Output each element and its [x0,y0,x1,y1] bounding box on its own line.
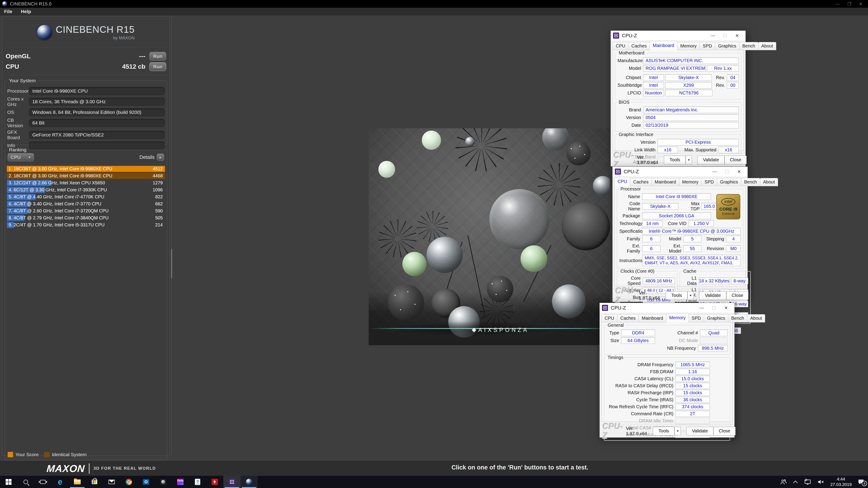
taskbar-icon-edge[interactable]: e [52,476,69,488]
cpuz-tab[interactable]: Graphics [715,42,739,50]
menu-help[interactable]: Help [21,9,31,14]
cpuz-tab[interactable]: Bench [728,314,747,322]
dandelion-ornament [378,219,417,258]
taskbar-clock[interactable]: 4:44 27.03.2019 [830,477,852,487]
ranking-row[interactable]: 3. 12C/24T @ 2.66 GHz, Intel Xeon CPU X5… [7,180,165,186]
restore-icon[interactable]: ❐ [847,1,851,6]
minimize-icon[interactable]: — [695,305,708,311]
cpuz-tab[interactable]: SPD [702,178,717,186]
taskbar-icon-turbo[interactable]: Turbo [172,476,189,488]
cpu-run-button[interactable]: Run [149,62,166,71]
cpuz-tab[interactable]: About [758,42,776,50]
cpuz-titlebar[interactable]: CPU-Z — ☐ ✕ [611,31,745,41]
lpcio-field: NCT6796 [665,90,712,96]
taskbar-icon-cinebench[interactable] [241,476,258,488]
cpuz-tab[interactable]: Caches [628,42,650,50]
cpuz-tab[interactable]: Caches [630,178,652,186]
volume-muted-icon[interactable] [817,479,825,485]
opengl-run-button[interactable]: Run [149,52,166,61]
family-field: 6 [642,236,660,242]
close-button[interactable]: Close [713,427,736,435]
cpuz-tab[interactable]: Memory [679,178,702,186]
network-icon[interactable] [804,479,811,485]
validate-button[interactable]: Validate [686,427,713,435]
ranking-entry-score: 662 [155,201,165,206]
cpuz-titlebar[interactable]: CPU-Z — ☐ ✕ [600,303,735,313]
taskbar-icon-cpuz[interactable] [223,476,241,488]
cpuz-tab[interactable]: Mainboard [650,41,677,50]
notification-center-button[interactable]: 3 [858,479,864,485]
close-button[interactable]: Close [724,156,747,164]
cpuz-tab[interactable]: Bench [741,178,760,186]
panel-splitter[interactable] [170,16,173,455]
taskbar-icon-file-explorer[interactable] [69,476,86,488]
ranking-row[interactable]: 9. 2C/4T @ 1.70 GHz, Intel Core i5-3317U… [7,222,165,228]
cpuz-tab[interactable]: CPU [614,177,630,186]
identical-system-legend: Identical System [52,452,87,457]
ranking-row[interactable]: 8. 4C/8T @ 2.79 GHz, Intel Core i7-3840Q… [7,215,165,221]
cpuz-tab[interactable]: Memory [677,42,700,50]
chipset-field: Skylake-X [665,74,712,81]
ranking-row[interactable]: 4. 6C/12T @ 3.30 GHz, Intel Core i7-3930… [7,187,165,193]
details-button[interactable]: ▸ [157,154,164,161]
ranking-row[interactable]: 7. 4C/8T @ 2.60 GHz, Intel Core i7-3720Q… [7,208,165,214]
cpuz-tab[interactable]: Graphics [704,314,728,322]
taskbar-icon-outlook[interactable]: O [137,476,155,488]
cpuz-titlebar[interactable]: CPU-Z — ☐ ✕ [613,167,747,177]
cpuz-tab[interactable]: About [747,314,765,322]
cpuz-tab[interactable]: SPD [700,42,715,50]
people-icon[interactable] [780,479,787,485]
cpuz-tab[interactable]: Graphics [717,178,741,186]
cpuz-tab[interactable]: Memory [666,313,689,322]
ranking-row[interactable]: 5. 4C/8T @ 4.40 GHz, Intel Core i7-4770K… [7,194,165,200]
l1-data-way-field: 8-way [731,278,748,284]
taskbar-icon-mail[interactable] [103,476,120,488]
close-icon[interactable]: ✕ [720,305,732,311]
tools-dropdown-button[interactable]: ▼ [687,291,694,300]
ranking-list: 1. 18C/36T @ 3.00 GHz, Intel Core i9-998… [7,166,165,228]
taskbar-icon-hwinfo[interactable] [206,476,223,488]
your-system-group: Your System Processor Intel Core i9-9980… [5,80,167,145]
validate-button[interactable]: Validate [699,291,726,300]
cpuz-tab[interactable]: Mainboard [651,178,679,186]
tools-dropdown-button[interactable]: ▼ [675,427,681,435]
cpuz-tab[interactable]: CPU [613,42,628,50]
start-button[interactable] [0,476,17,488]
minimize-icon[interactable]: — [709,169,721,174]
dandelion-ornament [456,128,507,172]
tools-button[interactable]: Tools [666,291,687,300]
ranking-row[interactable]: 6. 4C/8T @ 3.40 GHz, Intel Core i7-3770 … [7,201,165,207]
tools-button[interactable]: Tools [653,427,675,435]
cpuz-tab[interactable]: SPD [688,314,704,322]
minimize-icon[interactable]: — [835,1,840,6]
ranking-filter-dropdown[interactable]: CPU ▼ [8,153,34,161]
task-view-button[interactable] [34,476,52,488]
splitter-handle[interactable] [171,249,172,278]
timing-row: DRAM Idle Timer [607,418,727,424]
tools-button[interactable]: Tools [664,156,686,164]
cpuz-tab[interactable]: CPU [601,314,617,322]
close-icon[interactable]: ✕ [733,169,745,174]
ranking-entry-text: 5. 4C/8T @ 4.40 GHz, Intel Core i7-4770K… [7,194,104,199]
menu-file[interactable]: File [4,9,12,14]
close-button[interactable]: Close [726,291,748,300]
close-icon[interactable]: ✕ [859,1,863,6]
close-icon[interactable]: ✕ [731,33,743,38]
timing-value-field: 2T [675,411,710,417]
minimize-icon[interactable]: — [707,33,719,38]
tools-dropdown-button[interactable]: ▼ [686,156,692,164]
ranking-row[interactable]: 1. 18C/36T @ 3.00 GHz, Intel Core i9-998… [7,166,165,172]
cpuz-tab[interactable]: Caches [617,314,639,322]
taskbar-icon-cinema4d[interactable] [155,476,172,488]
taskbar-icon-support[interactable]: ? [189,476,206,488]
taskbar-icon-chrome[interactable] [120,476,137,488]
ranking-row[interactable]: 2. 18C/36T @ 3.00 GHz, Intel Core i9-998… [7,173,165,179]
cpuz-tab[interactable]: About [760,178,778,186]
validate-button[interactable]: Validate [698,156,724,164]
opengl-label: OpenGL [6,53,31,60]
cpuz-tab[interactable]: Bench [739,42,758,50]
cpuz-tab[interactable]: Mainboard [639,314,666,322]
taskbar-search-button[interactable] [17,476,34,488]
taskbar-icon-store[interactable] [86,476,103,488]
tray-chevron-up-icon[interactable] [793,480,798,484]
